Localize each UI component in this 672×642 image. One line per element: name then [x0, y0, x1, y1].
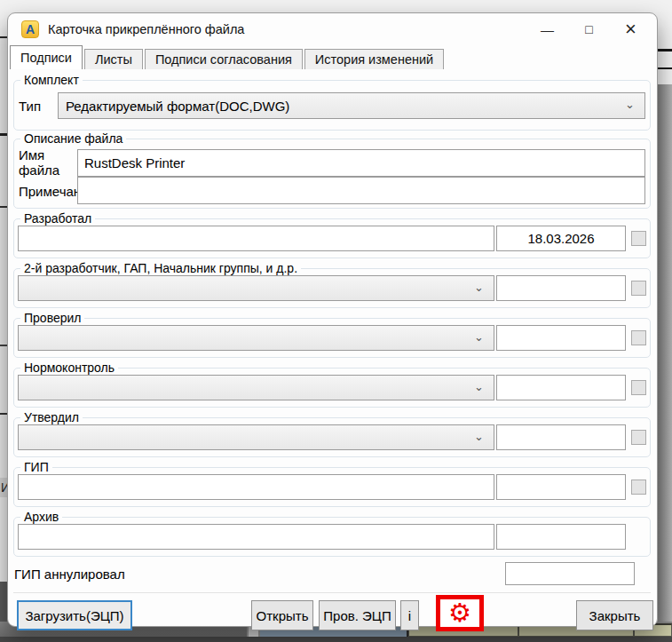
- app-icon: A: [21, 20, 39, 38]
- signature-checkbox[interactable]: [631, 430, 646, 445]
- group-legend: Описание файла: [20, 131, 126, 146]
- type-label: Тип: [19, 99, 58, 114]
- group-approved-by: Утвердил ⌄: [13, 417, 651, 457]
- filename-input[interactable]: [77, 149, 645, 177]
- gip-date-input[interactable]: [496, 474, 626, 500]
- archive-date-input[interactable]: [496, 524, 626, 550]
- signature-checkbox[interactable]: [631, 380, 646, 395]
- button-bar: Загрузить(ЭЦП) Открыть Пров. ЭЦП i ⚙ Зак…: [13, 592, 651, 631]
- tab-content-signatures: Комплект Тип Редактируемый формат(DOC,DW…: [8, 80, 657, 631]
- chevron-down-icon: ⌄: [474, 380, 484, 393]
- gear-icon: ⚙: [448, 600, 471, 626]
- group-legend: Проверил: [20, 311, 84, 325]
- title-bar: A Карточка прикреплённого файла — □ ×: [8, 13, 657, 45]
- verify-ecp-button[interactable]: Пров. ЭЦП: [319, 600, 396, 630]
- close-button[interactable]: ×: [610, 13, 652, 45]
- tab-change-history[interactable]: История изменений: [304, 49, 444, 69]
- group-developed-by: Разработал: [13, 218, 651, 258]
- archive-input[interactable]: [18, 524, 494, 550]
- norm-control-combobox[interactable]: ⌄: [18, 375, 494, 400]
- gip-annulled-input[interactable]: [505, 562, 635, 585]
- filename-label: Имя файла: [19, 147, 77, 178]
- window-controls: — □ ×: [526, 13, 657, 45]
- chevron-down-icon: ⌄: [474, 430, 484, 443]
- group-archive: Архив: [13, 517, 651, 557]
- gip-annulled-label: ГИП аннулировал: [14, 567, 505, 582]
- tab-signatures[interactable]: Подписи: [10, 45, 83, 69]
- norm-control-date-input[interactable]: [496, 375, 626, 400]
- tab-approval-signatures[interactable]: Подписи согласования: [145, 49, 303, 69]
- checked-by-date-input[interactable]: [496, 325, 626, 351]
- note-label: Примечание: [19, 184, 77, 199]
- checked-by-combobox[interactable]: ⌄: [18, 325, 494, 351]
- developed-by-input[interactable]: [18, 226, 494, 251]
- signature-checkbox[interactable]: [631, 330, 646, 345]
- tab-sheets[interactable]: Листы: [84, 49, 143, 69]
- group-checked-by: Проверил ⌄: [13, 318, 651, 358]
- maximize-button[interactable]: □: [568, 13, 610, 45]
- group-norm-control: Нормоконтроль ⌄: [13, 368, 651, 408]
- group-komplekt: Комплект Тип Редактируемый формат(DOC,DW…: [13, 80, 651, 131]
- gip-annulled-row: ГИП аннулировал: [14, 562, 650, 585]
- chevron-down-icon: ⌄: [474, 281, 484, 294]
- group-gip: ГИП: [13, 467, 651, 507]
- group-legend: Архив: [20, 510, 62, 524]
- second-developer-date-input[interactable]: [496, 275, 626, 301]
- settings-gear-button[interactable]: ⚙: [436, 595, 484, 631]
- second-developer-combobox[interactable]: ⌄: [18, 275, 494, 301]
- gip-input[interactable]: [18, 474, 494, 500]
- combobox-value: Редактируемый формат(DOC,DWG): [66, 99, 289, 114]
- group-legend: ГИП: [20, 460, 52, 474]
- group-file-description: Описание файла Имя файла Примечание: [13, 139, 651, 209]
- group-legend: Комплект: [20, 73, 83, 87]
- file-type-combobox[interactable]: Редактируемый формат(DOC,DWG) ⌄: [58, 92, 645, 119]
- upload-ecp-button[interactable]: Загрузить(ЭЦП): [17, 600, 132, 630]
- signature-checkbox[interactable]: [631, 281, 646, 296]
- background-window-right-strip: [658, 84, 672, 642]
- group-legend: Нормоконтроль: [20, 361, 118, 375]
- group-legend: Утвердил: [20, 410, 83, 424]
- note-input[interactable]: [77, 177, 645, 204]
- developed-date-input[interactable]: [496, 226, 626, 251]
- minimize-button[interactable]: —: [526, 13, 568, 45]
- open-button[interactable]: Открыть: [251, 600, 313, 630]
- attached-file-card-dialog: A Карточка прикреплённого файла — □ × По…: [7, 12, 658, 627]
- signature-checkbox[interactable]: [631, 480, 646, 495]
- group-legend: Разработал: [20, 211, 95, 226]
- group-second-developer: 2-й разработчик, ГАП, Начальник группы, …: [13, 268, 651, 308]
- group-legend: 2-й разработчик, ГАП, Начальник группы, …: [20, 261, 301, 275]
- approved-by-combobox[interactable]: ⌄: [18, 424, 494, 450]
- approved-by-date-input[interactable]: [496, 424, 626, 450]
- info-button[interactable]: i: [400, 600, 419, 630]
- window-title: Карточка прикреплённого файла: [48, 22, 244, 36]
- tab-bar: Подписи Листы Подписи согласования Истор…: [8, 45, 657, 69]
- background-dark-strip: [0, 637, 672, 642]
- chevron-down-icon: ⌄: [474, 330, 484, 344]
- close-dialog-button[interactable]: Закрыть: [576, 600, 653, 630]
- signature-checkbox[interactable]: [631, 231, 646, 246]
- chevron-down-icon: ⌄: [625, 98, 635, 111]
